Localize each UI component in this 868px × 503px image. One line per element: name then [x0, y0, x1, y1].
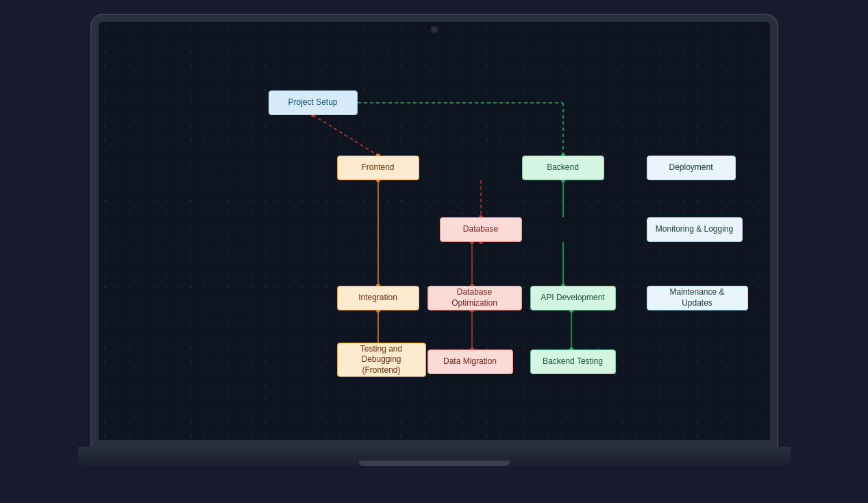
node-deployment[interactable]: Deployment: [647, 156, 736, 180]
node-api-development[interactable]: API Development: [530, 286, 616, 310]
node-maintenance[interactable]: Maintenance & Updates: [647, 286, 748, 310]
node-project-setup[interactable]: Project Setup: [269, 90, 358, 115]
node-data-migration[interactable]: Data Migration: [427, 349, 513, 374]
laptop-container: Project Setup Frontend Backend Deploymen…: [75, 15, 794, 488]
node-database[interactable]: Database: [440, 217, 522, 242]
node-testing-frontend[interactable]: Testing and Debugging (Frontend): [337, 343, 426, 377]
node-backend-testing[interactable]: Backend Testing: [530, 349, 616, 374]
diagram-canvas: Project Setup Frontend Backend Deploymen…: [99, 22, 770, 440]
node-backend[interactable]: Backend: [522, 156, 604, 180]
node-frontend[interactable]: Frontend: [337, 156, 419, 180]
node-db-optimization[interactable]: Database Optimization: [427, 286, 522, 310]
screen: Project Setup Frontend Backend Deploymen…: [99, 22, 770, 440]
node-integration[interactable]: Integration: [337, 286, 419, 310]
node-monitoring[interactable]: Monitoring & Logging: [647, 217, 743, 242]
laptop-base: [78, 447, 791, 466]
camera: [431, 26, 438, 33]
svg-line-0: [313, 115, 378, 156]
screen-bezel: Project Setup Frontend Backend Deploymen…: [92, 15, 777, 447]
